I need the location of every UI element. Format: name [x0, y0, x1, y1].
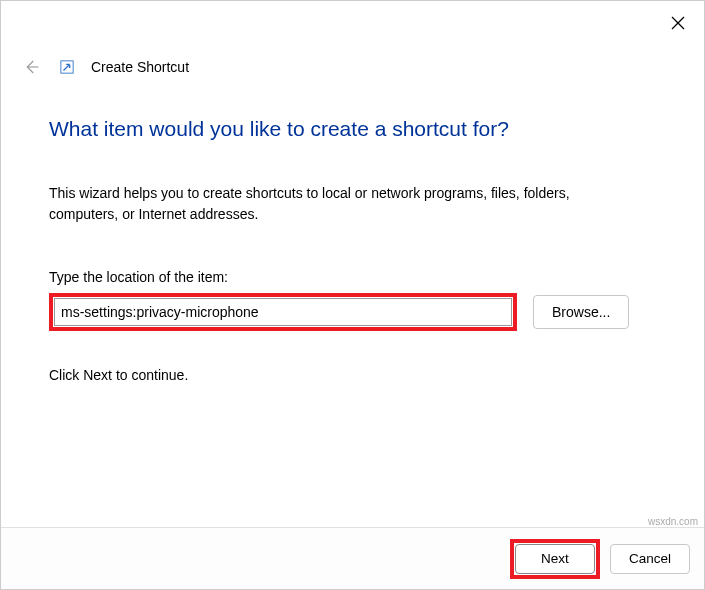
wizard-title: Create Shortcut — [91, 59, 189, 75]
cancel-button[interactable]: Cancel — [610, 544, 690, 574]
footer: Next Cancel — [1, 527, 704, 589]
close-icon — [671, 16, 685, 30]
location-highlight — [49, 293, 517, 331]
shortcut-icon — [59, 59, 75, 75]
location-input[interactable] — [54, 298, 512, 326]
page-title: What item would you like to create a sho… — [49, 117, 656, 141]
browse-button[interactable]: Browse... — [533, 295, 629, 329]
content-area: What item would you like to create a sho… — [1, 85, 704, 383]
watermark: wsxdn.com — [648, 516, 698, 527]
back-button[interactable] — [21, 57, 41, 77]
location-label: Type the location of the item: — [49, 269, 656, 285]
close-button[interactable] — [664, 9, 692, 37]
continue-instruction: Click Next to continue. — [49, 367, 656, 383]
titlebar — [1, 1, 704, 49]
next-button[interactable]: Next — [515, 544, 595, 574]
wizard-description: This wizard helps you to create shortcut… — [49, 183, 609, 225]
next-highlight: Next — [510, 539, 600, 579]
back-arrow-icon — [22, 58, 40, 76]
wizard-header: Create Shortcut — [1, 49, 704, 85]
location-row: Browse... — [49, 293, 656, 331]
